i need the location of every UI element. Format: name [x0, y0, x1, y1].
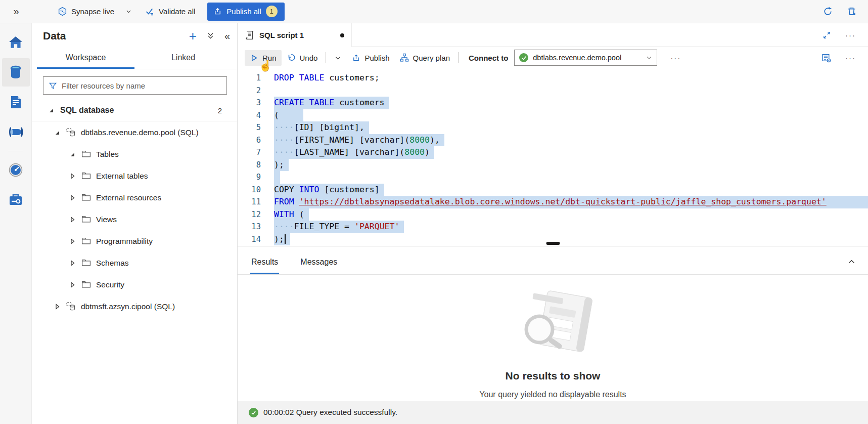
document-tabstrip: SQL script 1 ···: [238, 23, 868, 47]
no-results-subtitle: Your query yielded no displayable result…: [479, 390, 626, 399]
chevron-collapsed-icon[interactable]: [68, 259, 76, 267]
chevron-expanded-icon[interactable]: [68, 150, 76, 158]
code-line[interactable]: 6····[FIRST_NAME] [varchar](8000),: [238, 134, 868, 147]
results-tabbar: Results Messages: [238, 246, 868, 275]
resource-tree: SQL database 2 dbtlabs.revenue.demo.pool…: [32, 100, 237, 317]
script-settings-icon[interactable]: [821, 53, 831, 63]
run-button[interactable]: Run: [245, 50, 282, 66]
chevron-collapsed-icon[interactable]: [68, 194, 76, 202]
tab-linked[interactable]: Linked: [134, 49, 232, 69]
publish-button[interactable]: Publish: [347, 50, 394, 66]
synapse-live-dropdown[interactable]: Synapse live: [53, 4, 137, 19]
line-number: 13: [238, 221, 261, 233]
chevron-expanded-icon[interactable]: [53, 129, 61, 137]
code-line[interactable]: 8);: [238, 159, 868, 172]
chevron-collapsed-icon[interactable]: [68, 216, 76, 224]
publish-all-button[interactable]: Publish all 1: [207, 3, 284, 21]
code-line[interactable]: 4(: [238, 109, 868, 122]
pool-select-dropdown[interactable]: dbtlabs.revenue.demo.pool: [514, 50, 657, 66]
code-line[interactable]: 3CREATE TABLE customers: [238, 97, 868, 109]
nav-home-icon[interactable]: [2, 28, 30, 57]
code-editor[interactable]: 1DROP TABLE customers;23CREATE TABLE cus…: [238, 68, 868, 246]
chevron-collapsed-icon[interactable]: [68, 172, 76, 180]
topbar-right-actions: [823, 6, 868, 17]
publish-upload-icon: [352, 54, 360, 62]
chevron-collapsed-icon[interactable]: [53, 303, 61, 311]
collapse-panel-icon[interactable]: «: [224, 30, 230, 42]
sql-editor-panel: SQL script 1 ··· Run: [238, 23, 868, 424]
tree-item-programmability[interactable]: Programmability: [32, 230, 237, 252]
chevron-collapsed-icon[interactable]: [68, 237, 76, 245]
unsaved-changes-dot: [340, 33, 344, 37]
selected-pool-name: dbtlabs.revenue.demo.pool: [533, 54, 641, 62]
tree-item-external-resources[interactable]: External resources: [32, 187, 237, 208]
code-line[interactable]: 1DROP TABLE customers;: [238, 72, 868, 84]
tab-sql-script-1[interactable]: SQL script 1: [238, 23, 352, 47]
tree-item-pool[interactable]: dbtlabs.revenue.demo.pool (SQL): [32, 121, 237, 143]
git-mode-group: Synapse live Validate all Publish all 1: [53, 3, 285, 21]
run-options-chevron[interactable]: [329, 51, 347, 65]
chevron-expanded-icon[interactable]: [47, 106, 55, 114]
publish-all-label: Publish all: [226, 7, 261, 16]
line-number: 4: [238, 109, 261, 122]
folder-icon: [81, 193, 91, 202]
tree-item-external-tables[interactable]: External tables: [32, 165, 237, 187]
nav-data-icon[interactable]: [2, 58, 30, 87]
validate-all-label: Validate all: [159, 7, 195, 16]
splitter-drag-handle[interactable]: [546, 242, 560, 245]
tree-item-sql-database[interactable]: SQL database 2: [32, 100, 237, 121]
chevron-collapsed-icon[interactable]: [68, 281, 76, 289]
code-line[interactable]: 5····[ID] [bigint],: [238, 121, 868, 134]
filter-input[interactable]: [62, 81, 221, 90]
tab-workspace[interactable]: Workspace: [37, 49, 134, 69]
validate-all-button[interactable]: Validate all: [140, 4, 200, 19]
expand-editor-icon[interactable]: [823, 31, 831, 39]
line-number: 3: [238, 97, 261, 109]
code-line[interactable]: 9: [238, 171, 868, 184]
tree-item-security[interactable]: Security: [32, 274, 237, 295]
tree-item-schemas[interactable]: Schemas: [32, 252, 237, 274]
code-line[interactable]: 7····[LAST_NAME] [varchar](8000): [238, 146, 868, 159]
toolbar-divider: [458, 52, 459, 63]
code-line[interactable]: 12WITH (: [238, 208, 868, 221]
line-number: 6: [238, 134, 261, 147]
expand-sidebar-icon[interactable]: »: [0, 6, 32, 17]
tree-item-cipool[interactable]: dbtmsft.azsyn.cipool (SQL): [32, 295, 237, 317]
add-resource-button[interactable]: +: [189, 31, 197, 41]
double-chevron-down-icon[interactable]: [207, 32, 214, 40]
upload-icon: [213, 7, 222, 16]
nav-develop-icon[interactable]: [2, 88, 30, 116]
tab-results[interactable]: Results: [250, 258, 279, 274]
collapse-results-chevron-icon[interactable]: [847, 258, 856, 266]
toolbar-more-icon[interactable]: ···: [670, 54, 681, 62]
filter-box: [43, 76, 227, 95]
tree-item-tables[interactable]: Tables: [32, 143, 237, 165]
refresh-icon[interactable]: [823, 6, 833, 17]
code-line[interactable]: 10COPY INTO [customers]: [238, 184, 868, 196]
no-results-illustration: [500, 285, 606, 361]
tab-more-actions-icon[interactable]: ···: [845, 31, 856, 39]
code-line[interactable]: 11FROM 'https://dbtlabsynapsedatalake.bl…: [238, 196, 868, 208]
rail-divider: [8, 151, 23, 151]
query-plan-button[interactable]: Query plan: [395, 50, 455, 66]
sql-pool-icon: [66, 128, 76, 137]
success-check-icon: [249, 408, 258, 417]
nav-manage-icon[interactable]: [2, 186, 30, 214]
tab-messages[interactable]: Messages: [299, 258, 338, 274]
undo-button[interactable]: Undo: [282, 50, 323, 66]
editor-more-actions-icon[interactable]: ···: [845, 54, 856, 62]
left-nav-rail: [0, 23, 32, 424]
code-line[interactable]: 13····FILE_TYPE = 'PARQUET': [238, 221, 868, 233]
discard-trash-icon[interactable]: [846, 6, 857, 17]
tree-item-views[interactable]: Views: [32, 208, 237, 230]
nav-monitor-icon[interactable]: [2, 156, 30, 184]
synapse-studio-window: » Synapse live Validate all: [0, 0, 868, 424]
nav-integrate-icon[interactable]: [2, 118, 30, 146]
line-number: 1: [238, 72, 261, 84]
chevron-down-icon: [646, 54, 653, 61]
line-number: 9: [238, 171, 261, 184]
code-line[interactable]: 2: [238, 84, 868, 97]
folder-icon: [81, 149, 91, 159]
mode-label: Synapse live: [71, 7, 114, 16]
line-number: 10: [238, 184, 261, 196]
